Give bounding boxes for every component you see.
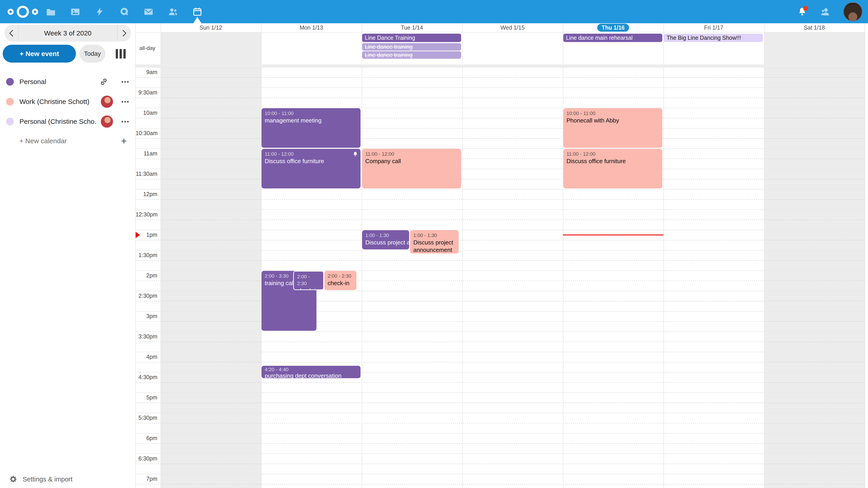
- scrollbar-track[interactable]: [865, 23, 868, 488]
- day-header-sun[interactable]: Sun 1/12: [160, 23, 261, 32]
- event-title: Company call: [365, 158, 458, 165]
- calendar-name: Work (Christine Schott): [20, 92, 96, 111]
- time-label: 7pm: [135, 476, 157, 482]
- new-calendar-button[interactable]: + New calendar: [20, 131, 67, 151]
- contacts-app-icon[interactable]: [168, 7, 178, 17]
- grid-line: [135, 433, 865, 433]
- calendar-owner-avatar: [101, 96, 113, 108]
- event[interactable]: 11:00 - 12:00Company call: [362, 149, 461, 188]
- grid-line: [135, 128, 865, 129]
- grid-line: [135, 331, 865, 332]
- time-label: 4pm: [135, 354, 157, 360]
- calendar-actions-menu[interactable]: •••: [118, 111, 133, 131]
- calendar-actions-menu[interactable]: •••: [118, 72, 133, 92]
- new-event-button[interactable]: + New event: [3, 45, 76, 63]
- allday-event[interactable]: Line dance training: [362, 43, 461, 51]
- grid-line: [135, 209, 865, 210]
- event[interactable]: 1:00 - 1:30Discuss project ann: [362, 230, 409, 250]
- time-label: 9am: [135, 69, 157, 75]
- allday-event[interactable]: Line dance main rehearsal: [563, 34, 662, 42]
- allday-event[interactable]: Line dance training: [362, 51, 461, 59]
- grid-dotted-line: [135, 138, 865, 139]
- calendar-app-icon[interactable]: [192, 7, 202, 17]
- column-divider: [764, 23, 765, 488]
- column-divider: [563, 23, 563, 488]
- previous-week-button[interactable]: [4, 25, 18, 41]
- allday-event[interactable]: Line Dance Training: [362, 34, 461, 42]
- grid-dotted-line: [135, 281, 865, 281]
- next-week-button[interactable]: [118, 25, 131, 41]
- calendar-color-dot: [6, 98, 14, 105]
- event-time: 2:00 - 2:30: [297, 273, 320, 287]
- grid-dotted-line: [135, 402, 865, 403]
- activity-app-icon[interactable]: [95, 7, 105, 17]
- mail-app-icon[interactable]: [144, 7, 153, 17]
- event[interactable]: 11:00 - 12:00Discuss office furniture: [261, 149, 361, 188]
- talk-app-icon[interactable]: [119, 7, 129, 17]
- grid-line: [135, 149, 865, 149]
- time-label: 6pm: [135, 435, 157, 442]
- week-navigation: Week 3 of 2020: [4, 25, 131, 41]
- time-label: 2pm: [135, 272, 157, 279]
- current-time-arrow: [135, 232, 140, 238]
- event[interactable]: 1:00 - 1:30Discuss project announcement: [410, 230, 459, 254]
- grid-line: [135, 230, 865, 230]
- user-avatar[interactable]: [843, 2, 862, 21]
- notification-dot: [803, 6, 808, 11]
- event-title: Discuss project announcement: [413, 239, 456, 254]
- grid-line: [135, 169, 865, 169]
- grid-dotted-line: [135, 423, 865, 423]
- time-label: 10am: [135, 109, 157, 116]
- view-mode-toggle[interactable]: [116, 49, 126, 59]
- time-label: 11:30am: [135, 170, 157, 177]
- event[interactable]: 10:00 - 11:00Phonecall with Abby: [563, 108, 662, 148]
- calendar-owner-avatar: [101, 116, 113, 128]
- grid-dotted-line: [135, 77, 865, 78]
- top-bar: [0, 0, 868, 23]
- grid-line: [135, 250, 865, 251]
- day-header-wed[interactable]: Wed 1/15: [462, 23, 563, 32]
- day-header-mon[interactable]: Mon 1/13: [261, 23, 362, 32]
- photos-app-icon[interactable]: [70, 7, 80, 17]
- contacts-menu-button[interactable]: [820, 6, 831, 17]
- day-header-thu[interactable]: Thu 1/16: [563, 23, 663, 32]
- event[interactable]: 11:00 - 12:00Discuss office furniture: [563, 149, 662, 188]
- event-time: 11:00 - 12:00: [365, 151, 458, 158]
- all-day-label: all-day: [135, 45, 159, 51]
- event[interactable]: 10:00 - 11:00management meeting: [261, 108, 361, 148]
- today-button[interactable]: Today: [80, 45, 105, 63]
- app-menu: [46, 0, 202, 23]
- grid-line: [135, 189, 865, 190]
- calendar-actions-menu[interactable]: •••: [118, 92, 133, 111]
- day-header-sat[interactable]: Sat 1/18: [764, 23, 865, 32]
- nextcloud-logo[interactable]: [6, 3, 40, 20]
- files-app-icon[interactable]: [46, 7, 56, 17]
- event[interactable]: 2:00 - 2:30check-in: [293, 271, 324, 290]
- grid-line: [135, 108, 865, 108]
- event[interactable]: 2:00 - 2:30check-in: [324, 271, 356, 290]
- notifications-button[interactable]: [797, 7, 807, 17]
- day-header-fri[interactable]: Fri 1/17: [663, 23, 764, 32]
- event-title: Phonecall with Abby: [566, 117, 659, 124]
- event[interactable]: 4:20 - 4:40purchasing dept conversation: [261, 366, 361, 378]
- calendar-name: Personal: [20, 72, 96, 92]
- grid-line: [135, 392, 865, 393]
- grid-line: [135, 413, 865, 413]
- allday-event[interactable]: The Big Line Dancing Show!!!: [664, 34, 763, 42]
- header-divider: [135, 32, 865, 33]
- new-calendar-plus-icon[interactable]: +: [118, 131, 130, 151]
- share-link-icon: [99, 77, 108, 86]
- day-header-tue[interactable]: Tue 1/14: [362, 23, 462, 32]
- calendar-color-dot: [6, 78, 14, 86]
- week-label[interactable]: Week 3 of 2020: [18, 25, 118, 41]
- share-link-button[interactable]: [99, 77, 108, 86]
- app-window: Week 3 of 2020 + New event Today Persona…: [0, 0, 868, 488]
- grid-dotted-line: [135, 464, 865, 464]
- event-title: check-in: [328, 280, 353, 287]
- calendar-item-3[interactable]: Personal (Christine Scho…•••: [0, 111, 135, 131]
- event-time: 10:00 - 11:00: [566, 110, 659, 117]
- grid-line: [135, 67, 865, 68]
- settings-import-button[interactable]: Settings & import: [8, 473, 72, 486]
- calendar-item-1[interactable]: Personal•••: [0, 72, 135, 92]
- calendar-item-2[interactable]: Work (Christine Schott)•••: [0, 92, 135, 111]
